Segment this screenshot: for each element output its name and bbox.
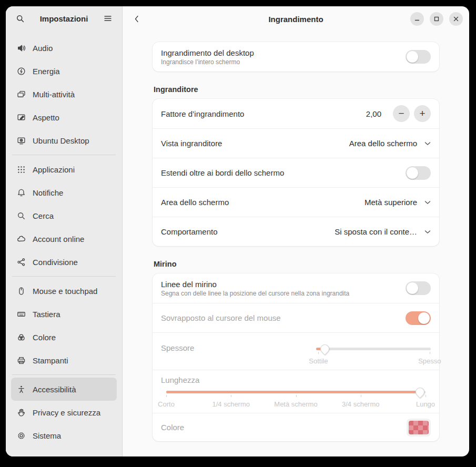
sidebar-item-sistema[interactable]: Sistema (11, 424, 117, 447)
back-button[interactable] (129, 11, 145, 27)
sidebar-header: Impostazioni (6, 6, 122, 29)
length-label: Lunghezza (161, 375, 431, 384)
hand-icon (16, 408, 26, 417)
sidebar-item-label: Cerca (33, 211, 54, 220)
sidebar-item-notifiche[interactable]: Notifiche (11, 181, 117, 204)
maximize-icon (434, 16, 439, 22)
power-icon (16, 66, 26, 76)
sidebar-item-label: Stampanti (33, 356, 68, 365)
slider-tick (296, 395, 297, 397)
screen-area-value: Metà superiore (364, 198, 417, 207)
desktop-zoom-toggle[interactable] (406, 50, 431, 64)
slider-tick (426, 395, 426, 397)
slider-tick (166, 395, 167, 397)
main-header: Ingrandimento (123, 6, 469, 32)
search-button[interactable] (12, 11, 28, 26)
back-chevron-icon (133, 15, 140, 23)
appearance-icon (16, 113, 26, 122)
settings-window: Impostazioni SchermiAudioEnergiaMulti-at… (6, 6, 469, 456)
minimize-icon (414, 16, 420, 22)
sidebar-item-label: Aspetto (33, 113, 59, 122)
sidebar-separator (12, 374, 116, 375)
scroll-area[interactable]: Ingrandimento del desktop Ingrandisce l’… (123, 32, 469, 456)
sidebar-item-tastiera[interactable]: Tastiera (11, 302, 117, 326)
slider-mark-label: Sottile (309, 357, 328, 365)
thickness-slider[interactable] (316, 343, 431, 356)
chevron-down-icon (424, 141, 431, 146)
overlap-cursor-toggle[interactable] (406, 311, 431, 325)
sidebar-item-applicazioni[interactable]: Applicazioni (11, 158, 117, 181)
length-slider[interactable] (166, 387, 426, 399)
sidebar-item-label: Sistema (33, 431, 61, 440)
sidebar-item-aspetto[interactable]: Aspetto (11, 106, 117, 129)
color-picker-button[interactable] (407, 419, 431, 436)
magnifier-view-row[interactable]: Vista ingranditore Area dello schermo (153, 128, 439, 158)
magnification-stepper: − + (393, 105, 431, 122)
crosshair-lines-row[interactable]: Linee del mirino Segna con delle linee l… (153, 273, 439, 303)
main-menu-button[interactable] (100, 11, 116, 26)
sidebar-item-account-online[interactable]: Account online (11, 227, 117, 250)
extend-outside-row[interactable]: Estendi oltre ai bordi dello schermo (153, 158, 439, 187)
sidebar-item-mouse-touchpad[interactable]: Mouse e touchpad (11, 279, 117, 302)
desktop-zoom-card: Ingrandimento del desktop Ingrandisce l’… (153, 42, 439, 72)
magnification-factor-value: 2,00 (366, 109, 381, 118)
decrease-button[interactable]: − (393, 105, 410, 122)
minimize-button[interactable] (410, 12, 424, 26)
slider-handle[interactable] (319, 342, 331, 355)
behavior-row[interactable]: Comportamento Si sposta con il conte… (153, 217, 439, 246)
sidebar-item-condivisione[interactable]: Condivisione (11, 250, 117, 273)
screen-area-row[interactable]: Area dello schermo Metà superiore (153, 187, 439, 217)
screen-area-label: Area dello schermo (161, 198, 358, 207)
sidebar-item-label: Audio (33, 44, 53, 53)
thickness-row: Spessore SottileSpesso (153, 332, 439, 370)
multitasking-icon (16, 89, 26, 99)
main-panel: Ingrandimento Ingrandimento del desktop … (123, 6, 469, 456)
sidebar-item-multi-attivita[interactable]: Multi-attività (11, 83, 117, 106)
desktop-zoom-row[interactable]: Ingrandimento del desktop Ingrandisce l’… (153, 42, 439, 72)
crosshair-lines-subtitle: Segna con delle linee la posizione del c… (161, 290, 399, 297)
color-row[interactable]: Colore (153, 413, 439, 441)
close-icon (453, 16, 459, 22)
extend-outside-label: Estendi oltre ai bordi dello schermo (161, 168, 399, 177)
sidebar-item-energia[interactable]: Energia (11, 59, 117, 83)
sidebar-item-ubuntu-desktop[interactable]: Ubuntu Desktop (11, 129, 117, 152)
thickness-label: Spessore (161, 343, 310, 352)
sidebar-item-schermi[interactable]: Schermi (11, 29, 117, 36)
desktop-zoom-title: Ingrandimento del desktop (161, 48, 399, 57)
increase-button[interactable]: + (414, 105, 431, 122)
length-row: Lunghezza Corto1/4 schermoMetà schermo3/… (153, 370, 439, 413)
sidebar-item-label: Energia (33, 67, 60, 76)
sidebar-item-label: Ubuntu Desktop (33, 136, 89, 145)
slider-handle[interactable] (414, 385, 427, 398)
bell-icon (16, 188, 26, 197)
window-controls (410, 12, 463, 26)
search-icon (16, 211, 26, 220)
sidebar-item-audio[interactable]: Audio (11, 36, 117, 59)
overlap-cursor-row[interactable]: Sovrapposto al cursore del mouse (153, 303, 439, 332)
sidebar-item-colore[interactable]: Colore (11, 326, 117, 349)
sidebar-item-label: Tastiera (33, 310, 60, 319)
magnifier-view-label: Vista ingranditore (161, 139, 343, 148)
sidebar-item-stampanti[interactable]: Stampanti (11, 349, 117, 372)
slider-mark-label: 3/4 schermo (342, 400, 380, 408)
crosshair-section-title: Mirino (154, 260, 438, 268)
magnification-factor-label: Fattore d’ingrandimento (161, 109, 360, 118)
apps-grid-icon (16, 165, 26, 174)
color-label: Colore (161, 423, 400, 432)
sidebar-item-label: Accessibilità (33, 385, 76, 394)
sidebar-item-accessibilita[interactable]: Accessibilità (11, 378, 117, 401)
sidebar-item-privacy-sicurezza[interactable]: Privacy e sicurezza (11, 401, 117, 424)
extend-outside-toggle[interactable] (406, 166, 431, 180)
crosshair-lines-toggle[interactable] (406, 281, 431, 295)
close-button[interactable] (449, 12, 463, 26)
search-icon (16, 14, 25, 23)
overlap-cursor-label: Sovrapposto al cursore del mouse (161, 313, 399, 322)
behavior-value: Si sposta con il conte… (335, 227, 417, 236)
slider-mark-label: Corto (158, 400, 175, 408)
desktop-zoom-subtitle: Ingrandisce l’intero schermo (161, 58, 399, 66)
sidebar-item-label: Account online (33, 235, 84, 243)
sidebar-item-label: Condivisione (33, 258, 78, 267)
maximize-button[interactable] (430, 12, 443, 26)
accessibility-icon (16, 384, 26, 394)
sidebar-item-cerca[interactable]: Cerca (11, 204, 117, 227)
